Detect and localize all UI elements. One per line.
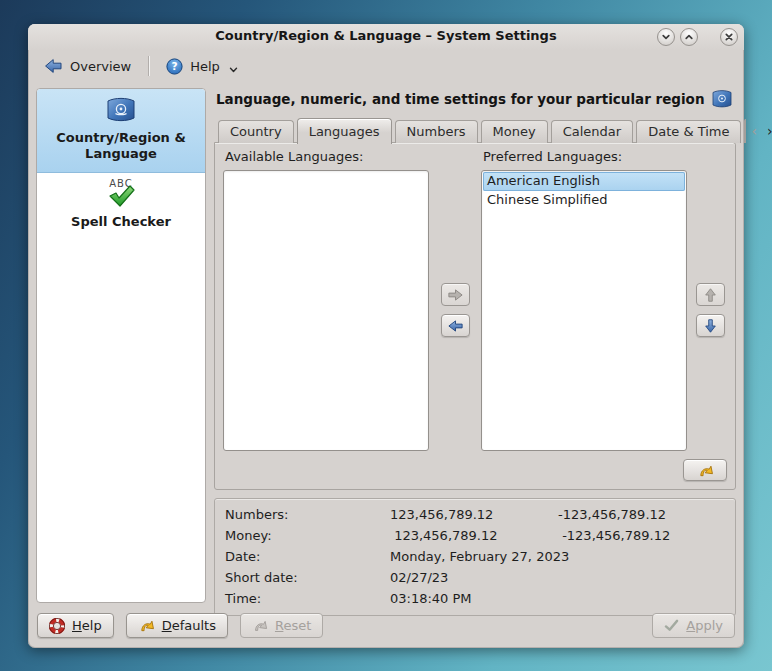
format-examples-panel: Numbers:123,456,789.12-123,456,789.12Mon…	[214, 498, 736, 616]
available-languages-label: Available Languages:	[223, 149, 429, 170]
defaults-accel: D	[162, 618, 172, 633]
add-language-button[interactable]	[441, 283, 470, 306]
help-accel: H	[72, 618, 82, 633]
example-value: 02/27/23	[390, 570, 558, 585]
example-negative-value: -123,456,789.12	[558, 528, 670, 543]
preferred-languages-list[interactable]: American EnglishChinese Simplified	[481, 170, 687, 451]
help-label: Help	[190, 59, 220, 74]
transfer-buttons	[435, 149, 475, 451]
list-item[interactable]: Chinese Simplified	[483, 191, 685, 210]
close-button[interactable]	[720, 28, 738, 46]
apply-accel: A	[686, 618, 695, 633]
undo-icon	[697, 463, 714, 478]
example-value: 03:18:40 PM	[390, 591, 558, 606]
languages-tab-panel: Available Languages:	[214, 142, 736, 490]
help-button[interactable]: ? Help	[158, 54, 246, 79]
tab-money[interactable]: Money	[481, 120, 548, 143]
move-up-button[interactable]	[696, 283, 725, 306]
chevron-down-icon	[661, 32, 671, 42]
apply-rest: pply	[695, 618, 723, 633]
life-preserver-icon	[49, 618, 65, 634]
window-title: Country/Region & Language – System Setti…	[28, 28, 744, 43]
title-bar[interactable]: Country/Region & Language – System Setti…	[28, 24, 744, 50]
chevron-up-icon	[684, 32, 694, 42]
language-transfer-area: Available Languages:	[223, 149, 727, 451]
arrow-down-icon	[704, 318, 717, 334]
help-rest: elp	[82, 618, 102, 633]
window-controls	[652, 28, 738, 46]
preferred-languages-label: Preferred Languages:	[481, 149, 687, 170]
list-item[interactable]: American English	[483, 172, 685, 191]
module-title: Language, numeric, and time settings for…	[216, 91, 705, 107]
example-value: 123,456,789.12	[390, 528, 558, 543]
sidebar-item-label: Country/Region & Language	[43, 130, 199, 163]
footer-button-row: Help Defaults Reset Apply	[28, 607, 744, 648]
un-flag-icon	[104, 96, 138, 124]
example-value: 123,456,789.12	[390, 507, 558, 522]
available-languages-list[interactable]	[223, 170, 429, 451]
un-flag-icon	[710, 89, 734, 109]
spell-checker-icon: ABC	[43, 180, 199, 211]
module-header: Language, numeric, and time settings for…	[214, 88, 736, 118]
toolbar: Overview ? Help	[28, 50, 744, 82]
tab-country[interactable]: Country	[218, 120, 294, 143]
reset-button[interactable]: Reset	[240, 613, 323, 638]
maximize-button[interactable]	[680, 28, 698, 46]
apply-button[interactable]: Apply	[652, 613, 735, 638]
minimize-button[interactable]	[657, 28, 675, 46]
green-checkmark-icon	[106, 184, 136, 208]
tab-scroll-buttons: ‹ ›	[749, 124, 772, 143]
chevron-down-icon	[229, 67, 238, 73]
back-arrow-icon	[44, 58, 63, 74]
main-panel: Language, numeric, and time settings for…	[214, 88, 736, 603]
example-row: Numbers:123,456,789.12-123,456,789.12	[225, 504, 725, 525]
scroll-left-icon[interactable]: ‹	[751, 124, 757, 138]
preferred-languages-column: Preferred Languages: American EnglishChi…	[481, 149, 687, 451]
defaults-rest: efaults	[172, 618, 216, 633]
sidebar: Country/Region & Language ABC Spell Chec…	[36, 88, 206, 603]
arrow-up-icon	[704, 287, 717, 303]
reorder-buttons	[693, 149, 727, 451]
example-label: Date:	[225, 549, 390, 564]
system-settings-window: Country/Region & Language – System Setti…	[28, 24, 744, 648]
checkmark-icon	[664, 619, 679, 632]
tab-numbers[interactable]: Numbers	[395, 120, 478, 143]
sidebar-item-label: Spell Checker	[43, 214, 199, 230]
arrow-left-icon	[447, 319, 464, 333]
restore-language-button[interactable]	[683, 459, 727, 481]
overview-button[interactable]: Overview	[36, 54, 139, 78]
example-negative-value: -123,456,789.12	[558, 507, 666, 522]
example-row: Money: 123,456,789.12 -123,456,789.12	[225, 525, 725, 546]
sidebar-item-spell-checker[interactable]: ABC Spell Checker	[37, 173, 205, 239]
toolbar-separator	[148, 56, 149, 76]
tab-date-time[interactable]: Date & Time	[636, 120, 741, 143]
help-button-footer[interactable]: Help	[37, 613, 114, 638]
close-icon	[724, 32, 734, 42]
frame-bottom-row	[223, 459, 727, 481]
svg-text:?: ?	[172, 60, 178, 72]
undo-icon	[138, 618, 155, 633]
example-label: Time:	[225, 591, 390, 606]
move-down-button[interactable]	[696, 314, 725, 337]
window-body: Country/Region & Language ABC Spell Chec…	[28, 82, 744, 607]
reset-icon	[252, 618, 268, 633]
example-row: Short date:02/27/23	[225, 567, 725, 588]
tab-bar: CountryLanguagesNumbersMoneyCalendarDate…	[214, 118, 736, 143]
overview-label: Overview	[70, 59, 131, 74]
example-label: Short date:	[225, 570, 390, 585]
example-value: Monday, February 27, 2023	[390, 549, 558, 564]
reset-rest: eset	[283, 618, 311, 633]
tab-partial[interactable]	[744, 119, 746, 143]
tab-calendar[interactable]: Calendar	[551, 120, 633, 143]
remove-language-button[interactable]	[441, 314, 470, 337]
sidebar-item-country-region-language[interactable]: Country/Region & Language	[37, 89, 205, 173]
example-label: Money:	[225, 528, 390, 543]
example-label: Numbers:	[225, 507, 390, 522]
scroll-right-icon[interactable]: ›	[767, 124, 772, 138]
arrow-right-icon	[447, 288, 464, 302]
help-icon: ?	[166, 58, 183, 75]
tab-languages[interactable]: Languages	[297, 118, 392, 144]
example-row: Date:Monday, February 27, 2023	[225, 546, 725, 567]
desktop-background: Country/Region & Language – System Setti…	[0, 0, 772, 671]
defaults-button[interactable]: Defaults	[126, 613, 228, 638]
